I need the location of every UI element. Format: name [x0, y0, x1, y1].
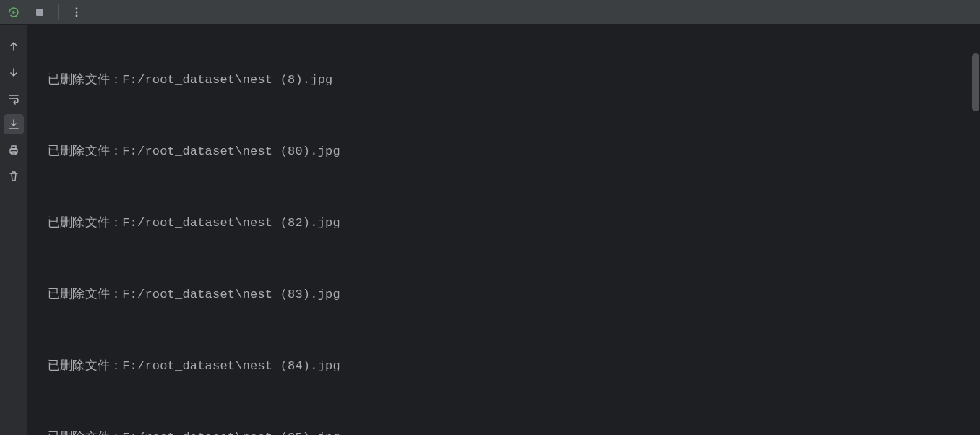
console-output[interactable]: 已删除文件：F:/root_dataset\nest (8).jpg 已删除文件…: [46, 25, 980, 435]
console-line: 已删除文件：F:/root_dataset\nest (82).jpg: [46, 211, 980, 235]
toolbar-divider: [58, 4, 59, 20]
down-stack-button[interactable]: [4, 62, 24, 82]
clear-all-button[interactable]: [4, 166, 24, 186]
svg-marker-0: [13, 10, 17, 14]
console-line: 已删除文件：F:/root_dataset\nest (83).jpg: [46, 283, 980, 306]
console-scrollbar[interactable]: [971, 25, 980, 435]
svg-point-3: [76, 11, 78, 13]
console-line: 已删除文件：F:/root_dataset\nest (80).jpg: [46, 139, 980, 163]
scroll-to-end-button[interactable]: [4, 114, 24, 134]
more-button[interactable]: [67, 3, 86, 22]
soft-wrap-icon: [7, 92, 20, 105]
svg-point-2: [76, 7, 78, 9]
arrow-down-icon: [7, 66, 20, 79]
run-toolbar: [0, 0, 980, 25]
more-icon: [71, 7, 82, 18]
console-left-margin: [27, 25, 46, 435]
trash-icon: [7, 170, 20, 183]
console-gutter: [0, 25, 27, 435]
console-lines: 已删除文件：F:/root_dataset\nest (8).jpg 已删除文件…: [46, 25, 980, 435]
print-icon: [7, 144, 20, 157]
svg-rect-6: [12, 146, 16, 149]
console-line: 已删除文件：F:/root_dataset\nest (8).jpg: [46, 68, 980, 92]
up-stack-button[interactable]: [4, 36, 24, 56]
soft-wrap-button[interactable]: [4, 88, 24, 108]
stop-icon: [34, 7, 46, 18]
print-button[interactable]: [4, 140, 24, 160]
scrollbar-thumb[interactable]: [972, 53, 979, 111]
console-line: 已删除文件：F:/root_dataset\nest (85).jpg: [46, 426, 980, 435]
rerun-button[interactable]: [4, 3, 23, 22]
rerun-icon: [7, 6, 20, 19]
scroll-to-end-icon: [7, 118, 20, 131]
body-row: 已删除文件：F:/root_dataset\nest (8).jpg 已删除文件…: [0, 25, 980, 435]
arrow-up-icon: [7, 40, 20, 53]
svg-rect-1: [36, 9, 43, 16]
console-line: 已删除文件：F:/root_dataset\nest (84).jpg: [46, 354, 980, 378]
stop-button[interactable]: [30, 3, 49, 22]
svg-point-4: [76, 14, 78, 17]
